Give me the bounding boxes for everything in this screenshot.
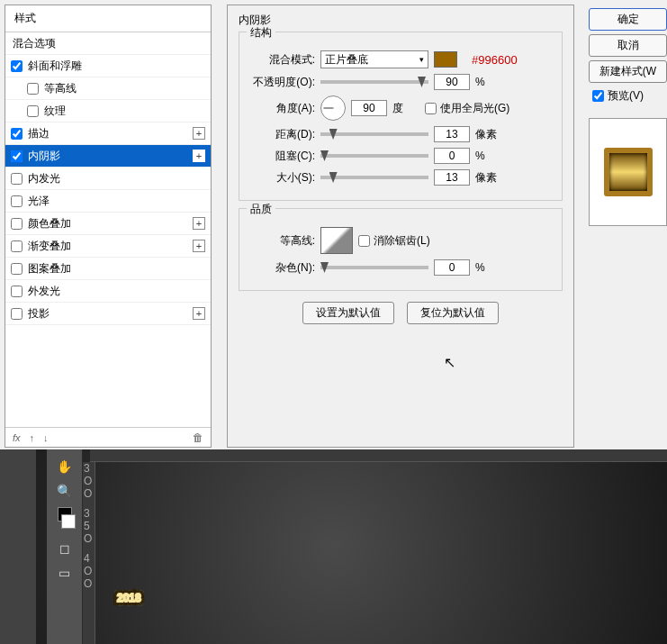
choke-label: 阻塞(C): [245,149,315,164]
style-item-gradient-overlay[interactable]: 渐变叠加 + [5,235,211,258]
style-item-blending[interactable]: 混合选项 [5,32,211,55]
bg-color-swatch[interactable] [61,514,76,529]
ruler-horizontal [90,449,667,462]
style-item-inner-shadow[interactable]: 内阴影 + [5,145,211,168]
size-slider[interactable] [320,176,428,179]
style-item-stroke[interactable]: 描边 + [5,122,211,145]
quickmask-icon[interactable]: ◻ [54,538,76,559]
style-checkbox[interactable] [11,286,23,297]
size-label: 大小(S): [245,170,315,186]
angle-input[interactable]: 90 [351,100,387,116]
structure-group: 结构 混合模式: 正片叠底 ▾ #996600 不透明度(O): 90 % 角度… [239,32,563,201]
arrow-down-icon[interactable]: ↓ [43,432,49,443]
hand-tool-icon[interactable]: ✋ [54,456,76,477]
set-default-button[interactable]: 设置为默认值 [302,302,394,324]
structure-title: 结构 [247,25,275,41]
style-checkbox[interactable] [11,60,23,72]
style-item-satin[interactable]: 光泽 [5,190,211,213]
blend-mode-select[interactable]: 正片叠底 ▾ [320,50,428,68]
global-light-checkbox[interactable]: 使用全局光(G) [425,101,509,116]
style-checkbox[interactable] [11,240,23,252]
style-checkbox[interactable] [11,173,23,185]
noise-input[interactable]: 0 [434,259,470,276]
panel-title: 内阴影 [239,13,563,28]
style-item-pattern-overlay[interactable]: 图案叠加 [5,258,211,280]
distance-input[interactable]: 13 [434,126,470,142]
style-checkbox[interactable] [11,308,23,320]
size-input[interactable]: 13 [434,169,470,186]
trash-icon[interactable]: 🗑 [193,431,203,444]
style-checkbox[interactable] [11,218,23,230]
preview-box [589,118,667,226]
style-item-bevel[interactable]: 斜面和浮雕 [5,55,211,77]
angle-dial[interactable] [320,95,346,121]
right-panel: 确定 取消 新建样式(W 预览(V) [585,5,667,448]
styles-footer: fx ↑ ↓ 🗑 [5,427,211,447]
contour-picker[interactable] [320,227,353,254]
collapsed-panel[interactable] [0,449,36,644]
choke-input[interactable]: 0 [434,148,470,164]
angle-label: 角度(A): [245,101,315,116]
choke-slider[interactable] [320,154,428,158]
opacity-slider[interactable] [320,80,428,84]
opacity-label: 不透明度(O): [245,75,315,90]
gold-text-artwork: 2018 2018 2018 [108,462,666,642]
opacity-input[interactable]: 90 [434,74,470,90]
tools-column: ✋ 🔍 ◻ ▭ [47,449,83,644]
style-item-color-overlay[interactable]: 颜色叠加 + [5,213,211,235]
svg-text:2018: 2018 [117,592,141,604]
magnify-tool-icon[interactable]: 🔍 [54,480,76,502]
add-icon[interactable]: + [193,217,205,230]
add-icon[interactable]: + [193,127,205,140]
contour-label: 等高线: [245,233,315,249]
ruler-vertical: 3 O O 3 5 O 4 O O [83,462,95,644]
noise-label: 杂色(N): [245,260,315,276]
add-icon[interactable]: + [193,307,205,320]
style-item-texture[interactable]: 纹理 [5,100,211,122]
preview-checkbox[interactable]: 预览(V) [592,88,667,104]
preview-swatch [604,148,653,196]
cancel-button[interactable]: 取消 [589,34,667,57]
screen-mode-icon[interactable]: ▭ [54,562,76,584]
arrow-up-icon[interactable]: ↑ [30,432,35,443]
anti-alias-checkbox[interactable]: 消除锯齿(L) [358,233,430,249]
style-checkbox[interactable] [11,128,23,140]
settings-panel: 内阴影 结构 混合模式: 正片叠底 ▾ #996600 不透明度(O): 90 … [227,5,574,448]
style-checkbox[interactable] [11,195,23,207]
add-icon[interactable]: + [193,240,205,252]
distance-slider[interactable] [320,132,428,136]
styles-header: 样式 [5,5,211,32]
canvas-area: ✋ 🔍 ◻ ▭ 3 O O 3 5 O 4 O O 20 [0,449,667,644]
quality-group: 品质 等高线: 消除锯齿(L) 杂色(N): 0 % [239,208,563,291]
style-checkbox[interactable] [27,105,39,117]
new-style-button[interactable]: 新建样式(W [589,60,667,83]
style-item-inner-glow[interactable]: 内发光 [5,168,211,190]
caret-icon: ▾ [419,55,424,64]
style-checkbox[interactable] [11,150,23,162]
ok-button[interactable]: 确定 [589,8,667,31]
add-icon[interactable]: + [193,150,205,162]
style-item-drop-shadow[interactable]: 投影 + [5,303,211,325]
style-checkbox[interactable] [11,263,23,275]
style-item-contour[interactable]: 等高线 [5,77,211,100]
distance-label: 距离(D): [245,127,315,142]
reset-default-button[interactable]: 复位为默认值 [407,302,499,324]
hex-value: #996600 [472,53,518,67]
style-item-outer-glow[interactable]: 外发光 [5,280,211,303]
noise-slider[interactable] [320,266,428,269]
style-checkbox[interactable] [27,83,39,95]
color-swatch[interactable] [434,51,457,68]
blend-mode-label: 混合模式: [245,52,315,68]
styles-panel: 样式 混合选项 斜面和浮雕 等高线 纹理 描边 + 内阴影 + 内发光 光泽 颜… [5,5,212,448]
quality-title: 品质 [247,202,275,217]
fx-icon[interactable]: fx [13,432,21,443]
